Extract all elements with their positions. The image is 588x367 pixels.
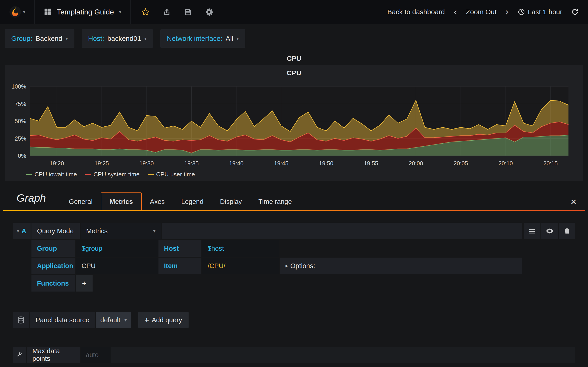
row-filler [111, 347, 575, 363]
host-input[interactable]: $host [202, 240, 279, 257]
options-toggle[interactable]: ▸ Options: [285, 262, 315, 270]
legend-item[interactable]: CPU iowait time [26, 171, 77, 178]
query-row-group-host: Group $group Host $host [32, 240, 522, 257]
svg-text:75%: 75% [15, 101, 26, 107]
chevron-down-icon: ▾ [153, 228, 156, 234]
svg-text:19:55: 19:55 [364, 160, 378, 167]
legend-item[interactable]: CPU user time [148, 171, 195, 178]
grafana-flame-icon [9, 6, 21, 18]
time-range-picker[interactable]: Last 1 hour [518, 8, 562, 16]
datasource-label: Panel data source [30, 312, 95, 328]
host-label: Host [158, 240, 201, 257]
variable-host[interactable]: Host: backend01 ▾ [82, 29, 153, 48]
svg-text:20:00: 20:00 [409, 160, 423, 167]
refresh-icon[interactable] [571, 8, 579, 16]
time-shift-back-icon[interactable]: ‹ [454, 7, 457, 17]
trash-icon [564, 227, 571, 234]
chevron-right-icon: ▸ [285, 263, 288, 269]
svg-text:100%: 100% [11, 83, 26, 90]
application-label: Application [32, 258, 75, 274]
chevron-down-icon: ▾ [65, 36, 68, 41]
legend-item[interactable]: CPU system time [85, 171, 140, 178]
tab-display[interactable]: Display [212, 193, 250, 210]
wrench-icon-cell [13, 347, 26, 363]
svg-text:20:10: 20:10 [498, 160, 513, 167]
editor-accent-line [3, 210, 585, 211]
gear-icon[interactable] [205, 8, 213, 16]
tab-axes[interactable]: Axes [142, 193, 173, 210]
panel-header-title[interactable]: CPU [0, 55, 588, 62]
query-mode-select[interactable]: Metrics ▾ [81, 223, 161, 239]
tab-metrics[interactable]: Metrics [101, 192, 142, 210]
dashboard-picker[interactable]: Templating Guide ▾ [35, 0, 130, 24]
grafana-logo-button[interactable]: ▾ [0, 0, 35, 24]
zoom-out-button[interactable]: Zoom Out [466, 8, 497, 16]
tab-time-range[interactable]: Time range [250, 193, 300, 210]
add-query-label: Add query [152, 316, 182, 324]
query-editor: ▾ A Query Mode Metrics ▾ ≡ [13, 223, 575, 292]
query-menu-button[interactable]: ≡ [524, 223, 540, 239]
item-label: Item [158, 258, 201, 274]
datasource-row: Panel data source default ▾ + Add query [13, 312, 575, 328]
max-data-points-input[interactable] [81, 347, 111, 363]
star-icon[interactable] [141, 8, 149, 16]
svg-text:19:20: 19:20 [50, 160, 64, 167]
time-shift-forward-icon[interactable]: › [505, 7, 509, 17]
tab-legend[interactable]: Legend [173, 193, 212, 210]
cpu-graph-svg[interactable]: 0%25%50%75%100%19:2019:2519:3019:3519:40… [7, 79, 581, 170]
database-icon [17, 316, 25, 324]
eye-icon [545, 227, 554, 235]
query-toggle-visibility-button[interactable] [541, 223, 558, 239]
variable-group-label: Group: [11, 35, 32, 42]
options-label: Options: [290, 262, 315, 270]
navbar: ▾ Templating Guide ▾ [0, 0, 588, 24]
graph-legend: CPU iowait time CPU system time CPU user… [26, 171, 583, 178]
dashboard-caret-icon: ▾ [119, 9, 121, 15]
svg-text:0%: 0% [18, 152, 26, 159]
svg-text:19:30: 19:30 [139, 160, 154, 167]
back-to-dashboard-button[interactable]: Back to dashboard [387, 8, 445, 16]
max-data-points-row: Max data points [13, 347, 575, 363]
query-row-filler [162, 223, 522, 239]
chevron-down-icon: ▾ [144, 36, 147, 41]
max-data-points-label: Max data points [27, 347, 80, 363]
legend-label: CPU system time [94, 171, 140, 178]
legend-swatch [148, 174, 154, 175]
variable-host-label: Host: [88, 35, 104, 42]
dashboard-title: Templating Guide [57, 8, 114, 16]
tab-general[interactable]: General [61, 193, 101, 210]
add-query-button[interactable]: + Add query [138, 312, 189, 328]
datasource-select[interactable]: default ▾ [96, 312, 131, 328]
svg-text:20:15: 20:15 [544, 160, 558, 167]
query-row-functions: Functions + [32, 275, 522, 292]
query-delete-button[interactable] [559, 223, 575, 239]
item-input[interactable]: /CPU/ [202, 258, 279, 274]
graph-title: CPU [5, 69, 583, 77]
add-function-button[interactable]: + [76, 275, 93, 292]
dashboard-grid-icon [44, 8, 52, 16]
variable-group[interactable]: Group: Backend ▾ [5, 29, 74, 48]
share-icon[interactable] [163, 8, 171, 16]
query-collapse-toggle[interactable]: ▾ A [13, 223, 31, 239]
functions-label: Functions [32, 275, 75, 292]
svg-text:19:45: 19:45 [274, 160, 288, 167]
query-mode-value: Metrics [86, 227, 107, 235]
save-icon[interactable] [184, 8, 192, 16]
query-ref-letter: A [22, 227, 26, 235]
logo-caret-icon: ▾ [23, 9, 25, 15]
variable-netif[interactable]: Network interface: All ▾ [160, 29, 245, 48]
variable-netif-value: All [225, 35, 233, 42]
template-variables-row: Group: Backend ▾ Host: backend01 ▾ Netwo… [0, 24, 588, 52]
panel-editor-header: Graph General Metrics Axes Legend Displa… [0, 189, 588, 210]
svg-text:19:40: 19:40 [229, 160, 244, 167]
legend-label: CPU iowait time [35, 171, 77, 178]
svg-text:19:35: 19:35 [184, 160, 199, 167]
group-input[interactable]: $group [76, 240, 157, 257]
datasource-value: default [100, 316, 120, 324]
time-range-label: Last 1 hour [528, 8, 562, 16]
application-input[interactable]: CPU [76, 258, 157, 274]
legend-swatch [85, 174, 91, 175]
plus-icon: + [145, 316, 149, 324]
close-icon[interactable]: × [571, 197, 582, 210]
panel-type-label: Graph [17, 192, 46, 204]
